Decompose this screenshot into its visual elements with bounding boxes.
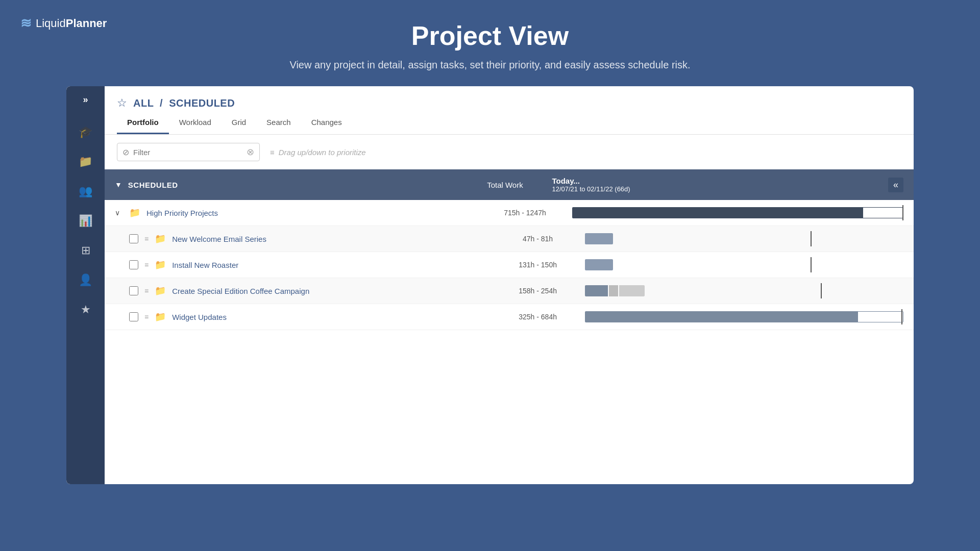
today-marker [902, 205, 903, 220]
row-expand-icon[interactable]: ∨ [115, 209, 123, 217]
row-project-name[interactable]: New Welcome Email Series [172, 235, 491, 243]
drag-handle-icon[interactable]: ≡ [144, 313, 149, 321]
gantt-bar-area [585, 285, 903, 296]
drag-hint-icon: ≡ [270, 148, 275, 157]
row-project-name[interactable]: Create Special Edition Coffee Campaign [172, 287, 491, 295]
drag-handle-icon[interactable]: ≡ [144, 287, 149, 295]
sidebar-item-files[interactable]: 📁 [66, 147, 105, 177]
tab-search[interactable]: Search [256, 112, 301, 134]
row-project-name[interactable]: Install New Roaster [172, 261, 491, 269]
gantt-bar [585, 233, 903, 244]
row-work-estimate: 715h - 1247h [484, 209, 566, 217]
folder-icon-teal: 📁 [155, 285, 166, 296]
filter-input-wrap: ⊘ ⊗ [117, 143, 260, 161]
header-area: Project View View any project in detail,… [0, 0, 980, 86]
filter-clear-button[interactable]: ⊗ [247, 146, 254, 158]
table-row: ≡ 📁 Create Special Edition Coffee Campai… [105, 278, 914, 304]
sidebar: » 🎓 📁 👥 📊 ⊞ 👤 ★ [66, 86, 105, 484]
table-row: ≡ 📁 Widget Updates 325h - 684h [105, 304, 914, 330]
table-row: ≡ 📁 New Welcome Email Series 47h - 81h [105, 226, 914, 252]
main-content: ☆ ALL / SCHEDULED Portfolio Workload Gri… [105, 86, 914, 484]
tab-changes[interactable]: Changes [301, 112, 352, 134]
app-container: » 🎓 📁 👥 📊 ⊞ 👤 ★ ☆ ALL / SCHEDULED Portfo… [66, 86, 914, 484]
star-icon[interactable]: ☆ [117, 96, 127, 110]
sidebar-collapse-button[interactable]: » [83, 94, 88, 105]
row-work-estimate: 131h - 150h [497, 261, 579, 269]
sidebar-item-profile[interactable]: 👤 [66, 265, 105, 295]
row-checkbox[interactable] [129, 234, 138, 243]
table-header-row: ▼ SCHEDULED Total Work Today... 12/07/21… [105, 169, 914, 200]
folder-icon-green: 📁 [129, 207, 140, 218]
gantt-bar-area [585, 233, 903, 244]
row-work-estimate: 158h - 254h [497, 287, 579, 295]
gantt-bar [585, 259, 903, 270]
sidebar-item-favorites[interactable]: ★ [66, 295, 105, 324]
row-project-name[interactable]: Widget Updates [172, 313, 491, 321]
today-label: Today... [552, 177, 882, 185]
filter-icon: ⊘ [122, 147, 129, 157]
drag-hint: ≡ Drag up/down to prioritize [270, 148, 366, 157]
gantt-bar-area [585, 259, 903, 270]
folder-icon-pink: 📁 [155, 259, 166, 270]
row-checkbox[interactable] [129, 312, 138, 321]
tab-bar: Portfolio Workload Grid Search Changes [105, 112, 914, 135]
drag-handle-icon[interactable]: ≡ [144, 261, 149, 269]
breadcrumb: ALL / SCHEDULED [133, 97, 235, 109]
filter-bar: ⊘ ⊗ ≡ Drag up/down to prioritize [105, 135, 914, 169]
table-row: ≡ 📁 Install New Roaster 131h - 150h [105, 252, 914, 278]
row-work-estimate: 47h - 81h [497, 235, 579, 243]
sidebar-item-grid[interactable]: ⊞ [66, 236, 105, 265]
collapse-button[interactable]: « [888, 178, 903, 192]
sidebar-item-learning[interactable]: 🎓 [66, 117, 105, 147]
gantt-bar-area [585, 311, 903, 322]
gantt-bar-area [572, 207, 904, 218]
row-project-name[interactable]: High Priority Projects [146, 209, 478, 217]
header-toggle-icon[interactable]: ▼ [115, 181, 122, 189]
filter-input[interactable] [133, 148, 242, 157]
breadcrumb-separator: / [160, 97, 163, 109]
sidebar-item-analytics[interactable]: 📊 [66, 206, 105, 236]
header-total-work: Total Work [464, 181, 546, 189]
drag-hint-text: Drag up/down to prioritize [279, 148, 366, 157]
page-subtitle: View any project in detail, assign tasks… [0, 59, 980, 71]
row-checkbox[interactable] [129, 260, 138, 269]
gantt-bar [585, 285, 903, 296]
page-title: Project View [0, 20, 980, 51]
top-bar: ☆ ALL / SCHEDULED [105, 86, 914, 110]
gantt-bar [572, 207, 904, 218]
header-label: SCHEDULED [128, 181, 458, 189]
breadcrumb-all[interactable]: ALL [133, 97, 154, 109]
header-timeline: Today... 12/07/21 to 02/11/22 (66d) [552, 177, 882, 193]
date-range: 12/07/21 to 02/11/22 (66d) [552, 185, 882, 193]
row-work-estimate: 325h - 684h [497, 313, 579, 321]
tab-workload[interactable]: Workload [169, 112, 222, 134]
table-row: ∨ 📁 High Priority Projects 715h - 1247h [105, 200, 914, 226]
gantt-bar [585, 311, 903, 322]
folder-icon-purple: 📁 [155, 311, 166, 322]
project-table: ▼ SCHEDULED Total Work Today... 12/07/21… [105, 169, 914, 484]
tab-grid[interactable]: Grid [222, 112, 256, 134]
drag-handle-icon[interactable]: ≡ [144, 235, 149, 243]
tab-portfolio[interactable]: Portfolio [117, 112, 169, 134]
folder-icon-yellow: 📁 [155, 233, 166, 244]
sidebar-item-team[interactable]: 👥 [66, 177, 105, 206]
row-checkbox[interactable] [129, 286, 138, 295]
breadcrumb-scheduled[interactable]: SCHEDULED [169, 97, 235, 109]
